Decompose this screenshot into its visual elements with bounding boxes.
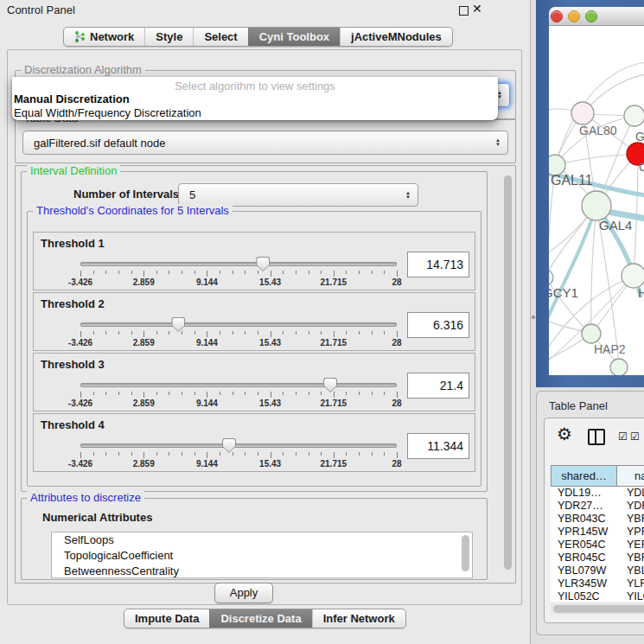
cell-shared-name[interactable]: YBL079W bbox=[551, 564, 620, 577]
cell-name[interactable]: YBR0 bbox=[620, 552, 644, 564]
scrollbar-thumb[interactable] bbox=[553, 605, 644, 613]
minimize-traffic-light-icon[interactable] bbox=[568, 10, 580, 22]
attribute-list-item[interactable]: TopologicalCoefficient bbox=[52, 548, 472, 564]
close-icon[interactable]: ✕ bbox=[472, 2, 482, 16]
mode-tab-infer-network[interactable]: Infer Network bbox=[312, 609, 405, 628]
toolbox-tabbar: NetworkStyleSelectCyni ToolboxjActiveMNo… bbox=[63, 27, 453, 47]
attributes-group-label: Attributes to discretize bbox=[27, 491, 144, 504]
column-header-shared-name[interactable]: shared… bbox=[551, 465, 617, 487]
cell-shared-name[interactable]: YDR27… bbox=[551, 500, 620, 513]
threshold-value-field[interactable] bbox=[407, 373, 469, 399]
cell-shared-name[interactable]: YPR145W bbox=[551, 526, 620, 539]
table-row[interactable]: YIL052CYIL0 bbox=[551, 590, 644, 602]
slider-tick bbox=[131, 271, 132, 274]
attribute-list-item[interactable]: SelfLoops bbox=[52, 532, 472, 548]
cell-shared-name[interactable]: YLR345W bbox=[551, 577, 620, 590]
threshold-slider[interactable]: -3.4262.8599.14415.4321.71528 bbox=[80, 378, 397, 409]
dropdown-item-equal-width-frequency-discretization[interactable]: Equal Width/Frequency Discretization bbox=[14, 106, 201, 119]
slider-thumb[interactable] bbox=[171, 317, 185, 332]
tab-cyni-toolbox[interactable]: Cyni Toolbox bbox=[248, 28, 340, 46]
scrollbar-thumb[interactable] bbox=[504, 175, 512, 570]
table-data-combobox[interactable]: galFiltered.sif default node ▲▼ bbox=[22, 131, 508, 155]
cell-name[interactable]: YIL0 bbox=[620, 590, 644, 602]
slider-tick bbox=[80, 331, 81, 337]
tab-select[interactable]: Select bbox=[193, 28, 247, 46]
table-row[interactable]: YBR043CYBR0 bbox=[551, 513, 644, 526]
table-row[interactable]: YDL19…YDL1 bbox=[551, 487, 644, 500]
tab-jactivemnodules[interactable]: jActiveMNodules bbox=[340, 28, 452, 46]
table-row[interactable]: YBR045CYBR0 bbox=[551, 552, 644, 564]
gear-icon[interactable]: ⚙ bbox=[557, 424, 572, 444]
numerical-attributes-list[interactable]: SelfLoopsTopologicalCoefficientBetweenne… bbox=[51, 532, 473, 578]
cell-name[interactable]: YBR0 bbox=[620, 513, 644, 526]
cell-name[interactable]: YER0 bbox=[620, 539, 644, 552]
checkbox-icon[interactable]: ☑ bbox=[618, 430, 628, 443]
tick-label: 15.43 bbox=[259, 459, 281, 469]
threshold-slider[interactable]: -3.4262.8599.14415.4321.71528 bbox=[80, 317, 397, 348]
tick-label: 28 bbox=[392, 459, 401, 469]
number-of-intervals-combobox[interactable]: 5 ▲▼ bbox=[178, 183, 418, 207]
slider-tick bbox=[245, 452, 245, 456]
slider-track[interactable] bbox=[80, 383, 397, 387]
table-row[interactable]: YBL079WYBL0 bbox=[551, 564, 644, 577]
cell-shared-name[interactable]: YER054C bbox=[551, 539, 620, 552]
slider-track[interactable] bbox=[80, 322, 397, 327]
checkbox-icon[interactable]: ☑ bbox=[630, 430, 640, 443]
cell-shared-name[interactable]: YBR045C bbox=[551, 552, 620, 564]
cell-name[interactable]: YBL0 bbox=[620, 564, 644, 577]
slider-tick bbox=[118, 392, 119, 395]
slider-tick bbox=[359, 452, 360, 456]
vertical-scrollbar[interactable] bbox=[503, 169, 513, 580]
threshold-slider[interactable]: -3.4262.8599.14415.4321.71528 bbox=[80, 257, 397, 288]
cell-shared-name[interactable]: YIL052C bbox=[551, 590, 620, 602]
cell-shared-name[interactable]: YBR043C bbox=[551, 513, 620, 526]
threshold-value-field[interactable] bbox=[407, 433, 469, 459]
slider-tick bbox=[131, 392, 132, 395]
panel-splitter-handle[interactable] bbox=[532, 316, 535, 319]
table-data-group: Table Data galFiltered.sif default node … bbox=[15, 118, 516, 163]
slider-ticks bbox=[80, 452, 397, 459]
cell-shared-name[interactable]: YDL19… bbox=[551, 487, 620, 500]
slider-tick bbox=[321, 452, 322, 456]
table-row[interactable]: YLR345WYLR3 bbox=[551, 577, 644, 590]
slider-thumb[interactable] bbox=[256, 257, 270, 271]
threshold-block: Threshold 3 -3.4262.8599.14415.4321.7152… bbox=[33, 353, 475, 411]
threshold-value-field[interactable] bbox=[407, 312, 469, 338]
combo-arrows-icon: ▲▼ bbox=[495, 138, 501, 147]
table-panel-window: Table Panel ⚙ ☑ ☑ shared… na YDL19…YDL1Y… bbox=[536, 391, 644, 635]
network-window-titlebar[interactable] bbox=[549, 7, 644, 26]
attribute-list-item[interactable]: BetweennessCentrality bbox=[52, 564, 472, 578]
table-row[interactable]: YPR145WYPR1 bbox=[551, 526, 644, 539]
list-scrollbar-thumb[interactable] bbox=[462, 535, 469, 571]
threshold-value-field[interactable] bbox=[407, 252, 469, 277]
tab-style[interactable]: Style bbox=[144, 28, 193, 46]
mode-tab-impute-data[interactable]: Impute Data bbox=[124, 609, 209, 628]
slider-thumb[interactable] bbox=[222, 438, 236, 453]
threshold-slider[interactable]: -3.4262.8599.14415.4321.71528 bbox=[80, 438, 397, 469]
close-traffic-light-icon[interactable] bbox=[551, 10, 563, 22]
split-columns-icon[interactable] bbox=[588, 429, 605, 445]
tab-network[interactable]: Network bbox=[64, 28, 144, 46]
cell-name[interactable]: YDR2 bbox=[620, 500, 644, 513]
horizontal-scrollbar[interactable] bbox=[551, 603, 644, 615]
slider-tick bbox=[321, 331, 322, 335]
table-row[interactable]: YER054CYER0 bbox=[551, 539, 644, 552]
dropdown-placeholder-item[interactable]: Select algorithm to view settings bbox=[12, 80, 498, 92]
cell-name[interactable]: YLR3 bbox=[620, 577, 644, 590]
column-header-name[interactable]: na bbox=[617, 465, 644, 487]
cell-name[interactable]: YPR1 bbox=[620, 526, 644, 539]
slider-thumb[interactable] bbox=[323, 378, 337, 392]
slider-tick bbox=[156, 452, 157, 456]
tab-label: Network bbox=[90, 28, 134, 46]
float-window-icon[interactable] bbox=[459, 6, 469, 16]
slider-track[interactable] bbox=[80, 443, 397, 448]
slider-track[interactable] bbox=[80, 262, 397, 266]
apply-button[interactable]: Apply bbox=[214, 583, 273, 603]
network-canvas[interactable]: GAL80 GA C GAL11 GAL4 GCY1 H HAP2 bbox=[549, 26, 644, 375]
table-row[interactable]: YDR27…YDR2 bbox=[551, 500, 644, 513]
zoom-traffic-light-icon[interactable] bbox=[585, 10, 597, 22]
dropdown-item-manual-discretization[interactable]: Manual Discretization bbox=[14, 92, 130, 105]
cell-name[interactable]: YDL1 bbox=[620, 487, 644, 500]
mode-tab-discretize-data[interactable]: Discretize Data bbox=[209, 609, 311, 628]
slider-tick bbox=[194, 331, 195, 335]
